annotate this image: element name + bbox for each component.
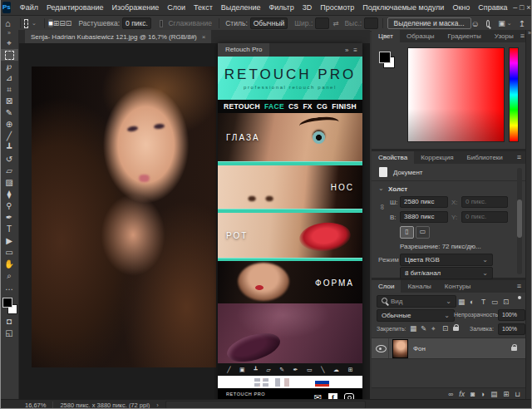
strip-plugin-icon[interactable]: ⊞ bbox=[348, 367, 353, 373]
selection-add-icon[interactable]: ⊞ bbox=[53, 19, 60, 27]
history-brush-tool[interactable]: ↺ bbox=[0, 154, 18, 165]
menu-file[interactable]: Файл bbox=[16, 3, 42, 12]
flag-france-icon[interactable] bbox=[275, 378, 289, 387]
nav-cs[interactable]: CS bbox=[288, 102, 298, 111]
quick-mask-button[interactable]: ◘ bbox=[0, 316, 18, 328]
layer-visibility-eye-icon[interactable] bbox=[376, 345, 387, 352]
foreground-color-swatch[interactable] bbox=[2, 298, 12, 308]
strip-image-icon[interactable]: ▣ bbox=[239, 367, 245, 373]
nav-finish[interactable]: FINISH bbox=[332, 102, 357, 111]
strip-pen-icon[interactable]: ✒ bbox=[293, 367, 298, 373]
gradient-tool[interactable]: ▨ bbox=[0, 177, 18, 189]
flag-russia-icon[interactable] bbox=[315, 378, 329, 387]
tab-gradients[interactable]: Градиенты bbox=[441, 30, 488, 42]
antialias-checkbox[interactable] bbox=[160, 20, 163, 27]
object-selection-tool[interactable]: ⊿ bbox=[0, 72, 18, 84]
zoom-tool[interactable]: ⌕ bbox=[0, 270, 18, 282]
search-icon[interactable] bbox=[486, 20, 490, 27]
lock-artboard-icon[interactable]: ⊡ bbox=[442, 324, 448, 333]
section-macro[interactable] bbox=[218, 303, 362, 363]
minimize-button[interactable]: – bbox=[512, 3, 519, 12]
menu-view[interactable]: Просмотр bbox=[316, 3, 358, 12]
menu-select[interactable]: Выделение bbox=[217, 3, 265, 12]
color-mode-dropdown[interactable]: Цвета RGB⌄ bbox=[400, 254, 493, 266]
eyedropper-tool[interactable]: ✎ bbox=[0, 107, 18, 119]
strip-stamp-icon[interactable]: ┻ bbox=[254, 367, 257, 373]
type-tool[interactable]: T bbox=[0, 224, 18, 235]
layer-mask-icon[interactable]: ◙ bbox=[470, 390, 475, 398]
orientation-portrait-button[interactable]: ▯ bbox=[400, 226, 414, 239]
link-dimensions-icon[interactable]: ∞ bbox=[378, 204, 387, 209]
adjustment-layer-icon[interactable]: ◑ bbox=[480, 390, 485, 398]
section-nose[interactable]: НОС bbox=[218, 165, 362, 209]
menu-plugins[interactable]: Подключаемые модули bbox=[358, 3, 448, 12]
menu-filter[interactable]: Фильтр bbox=[264, 3, 298, 12]
nav-retouch[interactable]: RETOUCH bbox=[224, 102, 260, 111]
brush-tool[interactable]: ╱ bbox=[0, 131, 18, 142]
workspace-icon[interactable]: ▣ bbox=[498, 19, 505, 27]
tab-libraries[interactable]: Библиотеки bbox=[460, 151, 509, 164]
shape-filter-icon[interactable]: ▭ bbox=[491, 298, 498, 306]
section-eyes[interactable]: ГЛАЗА bbox=[218, 113, 362, 161]
scrollbar-thumb[interactable] bbox=[517, 200, 522, 238]
zoom-level-field[interactable]: 16,67% bbox=[25, 402, 46, 409]
pixel-filter-icon[interactable]: ▦ bbox=[458, 298, 465, 306]
section-mouth[interactable]: РОТ bbox=[218, 213, 362, 258]
retouch-panel-tab[interactable]: Retouch Pro bbox=[218, 43, 269, 57]
layer-thumbnail[interactable] bbox=[392, 339, 408, 358]
swap-dimensions-icon[interactable]: ⇄ bbox=[332, 19, 338, 27]
saturation-field[interactable] bbox=[407, 47, 505, 142]
hue-slider[interactable] bbox=[509, 47, 519, 142]
workspace-chevron-icon[interactable]: ⌄ bbox=[507, 20, 512, 27]
height-input[interactable] bbox=[364, 17, 378, 29]
tab-patterns[interactable]: Узоры bbox=[488, 30, 520, 42]
menu-layers[interactable]: Слои bbox=[163, 3, 190, 12]
hand-tool[interactable]: ✋ bbox=[0, 259, 18, 270]
menu-window[interactable]: Окно bbox=[448, 3, 474, 12]
nav-face[interactable]: FACE bbox=[264, 102, 284, 111]
canvas-y-input[interactable]: 0 пикс. bbox=[461, 211, 508, 223]
properties-scrollbar[interactable] bbox=[517, 168, 522, 274]
color-swatches[interactable] bbox=[0, 296, 18, 316]
link-layers-icon[interactable]: ∞ bbox=[448, 390, 453, 398]
menu-type[interactable]: Текст bbox=[190, 3, 217, 12]
new-layer-icon[interactable]: ⊞ bbox=[503, 390, 509, 398]
clone-stamp-tool[interactable]: ┻ bbox=[0, 142, 18, 154]
frame-tool[interactable]: ⊠ bbox=[0, 96, 18, 107]
share-icon[interactable]: ↥ bbox=[519, 19, 525, 28]
tab-channels[interactable]: Каналы bbox=[401, 280, 437, 293]
panel-menu-icon[interactable]: ≡ bbox=[353, 47, 357, 54]
orientation-landscape-button[interactable]: ▭ bbox=[416, 226, 430, 239]
tab-swatches[interactable]: Образцы bbox=[400, 30, 441, 42]
layer-group-icon[interactable]: ▤ bbox=[490, 390, 497, 398]
lock-position-icon[interactable]: ⌖ bbox=[431, 324, 436, 333]
tab-color[interactable]: Цвет bbox=[372, 30, 400, 42]
status-arrow-icon[interactable]: › bbox=[156, 402, 159, 409]
more-tools[interactable]: … bbox=[0, 282, 18, 293]
path-select-tool[interactable]: ▶ bbox=[0, 235, 18, 247]
strip-cloud-icon[interactable]: ☁ bbox=[333, 367, 339, 373]
lock-pixels-icon[interactable]: ✎ bbox=[421, 324, 426, 333]
crop-tool[interactable]: ⌗ bbox=[0, 84, 18, 96]
screen-mode-button[interactable]: ◱ bbox=[0, 328, 18, 339]
menu-edit[interactable]: Редактирование bbox=[42, 3, 108, 12]
strip-brush-icon[interactable]: ╱ bbox=[227, 367, 230, 373]
move-tool[interactable]: ⌖ bbox=[0, 37, 18, 49]
layer-filter-dropdown[interactable]: Вид⌄ bbox=[377, 295, 456, 308]
layer-row[interactable]: Фон bbox=[372, 338, 525, 359]
foreground-color-swatch[interactable] bbox=[379, 52, 391, 63]
blur-tool[interactable]: ⧫ bbox=[0, 189, 18, 200]
nav-cg[interactable]: CG bbox=[317, 102, 328, 111]
panel-collapse-icon[interactable]: » bbox=[345, 47, 348, 54]
delete-layer-icon[interactable]: ⊔ bbox=[515, 390, 520, 398]
feather-input[interactable]: 0 пикс. bbox=[122, 17, 151, 29]
shape-tool[interactable]: ▭ bbox=[0, 247, 18, 259]
nav-fx[interactable]: FX bbox=[303, 102, 312, 111]
healing-brush-tool[interactable]: ⊕ bbox=[0, 119, 18, 131]
home-icon[interactable]: ⌂ bbox=[5, 18, 11, 28]
section-shape[interactable]: ФОРМА bbox=[218, 261, 362, 303]
filter-toggle-icon[interactable] bbox=[518, 296, 521, 299]
canvas-height-input[interactable]: 3880 пикс bbox=[400, 211, 448, 223]
lock-transparent-icon[interactable]: ▦ bbox=[410, 324, 416, 333]
document-tab[interactable]: Senja- Hadrian Kubasiewicz 121.jpg @ 16,… bbox=[25, 30, 211, 43]
